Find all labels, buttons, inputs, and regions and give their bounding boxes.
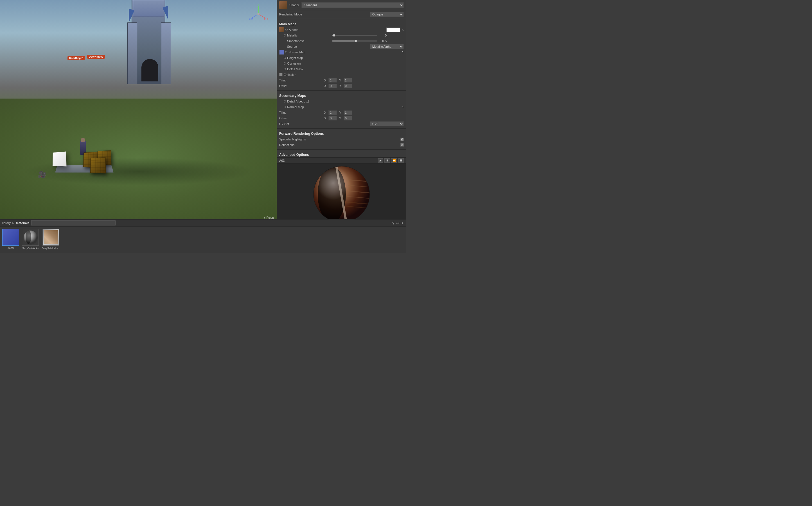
preview-fast-forward-button[interactable]: ⏩: [391, 158, 397, 163]
metallic-value: 0: [378, 34, 387, 37]
asset-item-sexysidekicks2[interactable]: SexySidekicks...: [42, 229, 60, 250]
albedo-edit-icon[interactable]: ✎: [402, 28, 404, 31]
asset-label-a03n: A03N: [8, 247, 14, 250]
metallic-row: Metallic 0: [279, 32, 404, 38]
metallic-circle: [284, 34, 286, 36]
normal-map-swatch: [279, 50, 284, 55]
albedo-color-swatch[interactable]: [386, 27, 400, 32]
preview-header: A03 ▶ ⏸ ⏩ ☰: [277, 158, 406, 164]
tag-icon[interactable]: 🏷: [396, 221, 399, 225]
albedo-label: Albedo: [289, 28, 334, 31]
offset-row: Offset X 0 Y 0: [279, 83, 404, 89]
sec-offset-y-value[interactable]: 0: [344, 116, 352, 120]
asset-item-sexysidekicks[interactable]: SexySidekicks: [22, 229, 39, 250]
preview-sphere-area: [277, 164, 406, 219]
rendering-mode-dropdown[interactable]: Opaque: [370, 12, 404, 17]
tiling-x-value[interactable]: 1: [328, 78, 337, 83]
uv-set-row: UV Set UV0: [279, 121, 404, 126]
star-icon[interactable]: ★: [401, 221, 404, 225]
normal-map-row: Normal Map 1: [279, 50, 404, 55]
preview-pause-button[interactable]: ⏸: [384, 158, 390, 163]
detail-mask-label: Detail Mask: [287, 67, 332, 71]
offset-label: Offset: [279, 84, 324, 88]
inspector-panel: Shader Standard Rendering Mode Opaque: [277, 0, 406, 219]
reflections-row: Reflections: [279, 142, 404, 148]
metallic-slider[interactable]: [332, 35, 377, 36]
bottom-panel: library ► Materials ⚲ 🏷 ★ A03N: [0, 219, 406, 253]
breadcrumb: library ► Materials: [2, 221, 29, 225]
forward-rendering-section: Forward Rendering Options Specular Highl…: [277, 129, 406, 149]
asset-item-a03n[interactable]: A03N: [2, 229, 19, 250]
source-label: Source: [287, 45, 332, 48]
breadcrumb-separator: ►: [12, 221, 15, 225]
preview-controls: ▶ ⏸ ⏩ ☰: [378, 158, 404, 163]
sec-tiling-label: Tiling: [279, 111, 324, 114]
svg-point-9: [257, 13, 260, 15]
asset-thumb-sexysidekicks: [22, 229, 39, 246]
uv-set-dropdown[interactable]: UV0: [370, 121, 404, 126]
occlusion-row: Occlusion: [279, 61, 404, 66]
tiling-y-value[interactable]: 1: [344, 78, 352, 83]
svg-text:X: X: [267, 18, 268, 20]
svg-text:Z: Z: [249, 18, 251, 20]
reflections-checkbox[interactable]: [400, 143, 404, 147]
asset-thumb-a03n: [2, 229, 19, 246]
source-dropdown[interactable]: Metallic Alpha: [370, 44, 404, 49]
sec-tiling-y-value[interactable]: 1: [344, 110, 352, 115]
preview-options-button[interactable]: ☰: [398, 158, 404, 163]
smoothness-slider[interactable]: [332, 40, 377, 41]
secondary-maps-section: Secondary Maps Detail Albedo x2 Normal M…: [277, 91, 406, 128]
emission-row: Emission: [279, 72, 404, 78]
bookmark-icon[interactable]: ⚲: [392, 221, 395, 225]
svg-line-3: [258, 14, 265, 18]
sec-tiling-row: Tiling X 1 Y 1: [279, 110, 404, 115]
detail-mask-row: Detail Mask: [279, 66, 404, 72]
asset-search-input[interactable]: [31, 221, 116, 226]
svg-marker-1: [258, 5, 259, 8]
camera-icon: 🎥: [38, 171, 46, 179]
shader-label: Shader: [289, 3, 299, 7]
occlusion-circle: [284, 62, 286, 65]
height-map-label: Height Map: [287, 56, 332, 60]
rendering-mode-section: Rendering Mode Opaque: [277, 10, 406, 18]
offset-y-value[interactable]: 0: [344, 84, 352, 88]
smoothness-row: Smoothness 0.5: [279, 38, 404, 44]
occlusion-label: Occlusion: [287, 62, 332, 65]
specular-highlights-checkbox[interactable]: [400, 138, 404, 141]
detail-albedo-row: Detail Albedo x2: [279, 99, 404, 104]
normal-map-circle: [285, 51, 287, 53]
breadcrumb-library[interactable]: library: [2, 221, 11, 225]
forward-rendering-title: Forward Rendering Options: [279, 130, 404, 137]
asset-label-sexysidekicks2: SexySidekicks...: [42, 247, 60, 250]
detail-albedo-circle: [284, 100, 286, 102]
scene-canvas: 🎥 DoorHinge1 DoorHinge2 Y X: [0, 0, 277, 219]
metallic-label: Metallic: [287, 34, 332, 37]
crate-3: [90, 157, 106, 174]
preview-play-button[interactable]: ▶: [378, 158, 383, 163]
material-avatar: [279, 1, 287, 9]
sec-normal-map-label: Normal Map: [287, 105, 332, 109]
svg-text:Y: Y: [258, 4, 259, 6]
sec-normal-map-value: 1: [402, 105, 404, 109]
preview-panel: A03 ▶ ⏸ ⏩ ☰: [277, 157, 406, 219]
secondary-maps-title: Secondary Maps: [279, 92, 404, 99]
specular-highlights-row: Specular Highlights: [279, 137, 404, 142]
viewport[interactable]: 🎥 DoorHinge1 DoorHinge2 Y X: [0, 0, 277, 219]
asset-label-sexysidekicks: SexySidekicks: [22, 247, 39, 250]
tower-structure: [123, 0, 174, 118]
scene-gizmo: Y X Z: [249, 4, 268, 24]
main-maps-title: Main Maps: [279, 21, 404, 27]
inspector-header: Shader Standard: [277, 0, 406, 10]
advanced-options-section: Advanced Options Enable GPU Instancing D…: [277, 150, 406, 157]
breadcrumb-materials[interactable]: Materials: [16, 221, 29, 225]
shader-dropdown[interactable]: Standard: [301, 2, 404, 8]
emission-checkbox[interactable]: [279, 73, 283, 76]
detail-albedo-label: Detail Albedo x2: [287, 100, 332, 103]
sec-offset-label: Offset: [279, 116, 324, 120]
sec-offset-row: Offset X 0 Y 0: [279, 115, 404, 121]
advanced-options-title: Advanced Options: [279, 151, 404, 157]
sec-tiling-x-value[interactable]: 1: [328, 110, 337, 115]
sec-offset-x-value[interactable]: 0: [328, 116, 337, 120]
offset-x-value[interactable]: 0: [328, 84, 337, 88]
sec-normal-map-circle: [284, 106, 286, 108]
